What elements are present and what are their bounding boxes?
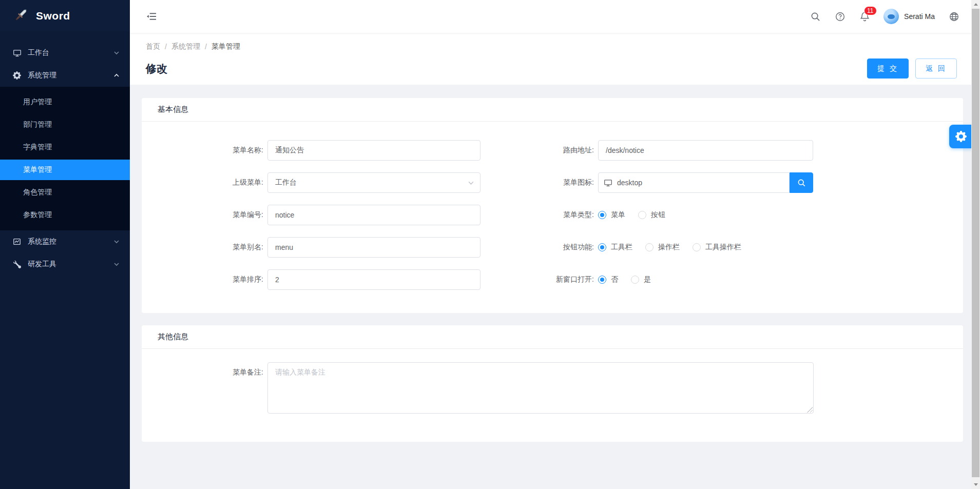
user-menu[interactable]: Serati Ma [883,9,935,24]
scroll-down-arrow-icon[interactable] [971,480,980,489]
scrollbar-thumb[interactable] [972,9,979,477]
radio-new-window-yes[interactable]: 是 [631,275,651,284]
desktop-icon [12,48,22,57]
breadcrumb-separator: / [205,43,207,51]
sidebar-item-param-management[interactable]: 参数管理 [0,205,130,225]
icon-search-button[interactable] [790,172,813,193]
sidebar-menu: 工作台 系统管理 用户管理 部门管理 字典管理 菜单管理 角色管理 参数管理 [0,31,130,276]
button-func-label: 按钮功能: [552,243,598,252]
menu-fold-icon[interactable] [143,8,160,25]
scroll-up-arrow-icon[interactable] [971,0,980,9]
sidebar-item-dev-tools[interactable]: 研发工具 [0,253,130,276]
page-title: 修改 [146,62,167,76]
menu-type-label: 菜单类型: [552,210,598,220]
page-scrollbar[interactable] [971,0,980,489]
menu-name-input[interactable] [267,140,481,161]
gear-icon [955,131,967,142]
sidebar-item-dept-management[interactable]: 部门管理 [0,114,130,135]
page-header: 首页 / 系统管理 / 菜单管理 修改 提 交 返 回 [130,33,980,85]
remark-textarea[interactable] [267,362,814,414]
menu-icon-input[interactable] [598,172,790,193]
monitor-chart-icon [12,237,22,246]
breadcrumb: 首页 / 系统管理 / 菜单管理 [146,42,964,51]
sidebar-item-label: 工作台 [28,48,113,57]
bell-icon[interactable]: 11 [859,11,870,22]
radio-dot [598,276,606,284]
chevron-down-icon [113,239,120,245]
sword-logo-icon [13,7,29,24]
breadcrumb-item-menu: 菜单管理 [212,42,240,51]
basic-info-card: 基本信息 菜单名称: 路由地址: 上级菜单: [142,98,963,313]
main-area: 11 Serati Ma 首页 / 系统管理 / 菜单管理 修改 [130,0,980,489]
radio-dot [638,211,646,219]
app-title: Sword [36,10,70,22]
sidebar-item-label: 研发工具 [28,260,113,269]
sidebar: Sword 工作台 系统管理 用 [0,0,130,489]
radio-menu-type-menu[interactable]: 菜单 [598,210,625,220]
sidebar-item-system-monitor[interactable]: 系统监控 [0,230,130,253]
chevron-up-icon [113,72,120,79]
remark-label: 菜单备注: [142,362,267,377]
globe-icon[interactable] [948,11,959,22]
back-button[interactable]: 返 回 [915,58,957,79]
route-input[interactable] [598,140,813,161]
menu-code-input[interactable] [267,205,481,225]
sidebar-item-system-management[interactable]: 系统管理 [0,64,130,87]
radio-dot [598,211,606,219]
breadcrumb-separator: / [165,43,167,51]
other-info-card: 其他信息 菜单备注: [142,325,963,442]
submit-button[interactable]: 提 交 [867,58,909,79]
radio-dot [631,276,639,284]
radio-menu-type-button[interactable]: 按钮 [638,210,665,220]
user-name: Serati Ma [904,12,935,21]
new-window-radio-group: 否 是 [598,275,651,284]
sidebar-item-role-management[interactable]: 角色管理 [0,182,130,203]
new-window-label: 新窗口打开: [552,275,598,284]
breadcrumb-item-home[interactable]: 首页 [146,42,160,51]
menu-sort-input[interactable] [267,269,481,290]
parent-menu-label: 上级菜单: [142,178,267,187]
menu-alias-input[interactable] [267,237,481,258]
basic-info-title: 基本信息 [158,105,188,114]
breadcrumb-item-system[interactable]: 系统管理 [171,42,200,51]
sidebar-item-user-management[interactable]: 用户管理 [0,92,130,112]
sidebar-item-dict-management[interactable]: 字典管理 [0,137,130,158]
top-header: 11 Serati Ma [130,0,980,33]
chevron-down-icon [113,261,120,267]
help-icon[interactable] [834,11,846,22]
menu-sort-label: 菜单排序: [142,275,267,284]
gear-icon [12,71,22,80]
radio-dot [598,243,606,251]
chevron-down-icon [113,50,120,56]
menu-icon-label: 菜单图标: [552,178,598,187]
menu-name-label: 菜单名称: [142,146,267,155]
menu-code-label: 菜单编号: [142,210,267,220]
page-content: 基本信息 菜单名称: 路由地址: 上级菜单: [130,85,980,442]
menu-alias-label: 菜单别名: [142,243,267,252]
avatar [883,9,899,24]
radio-button-func-toolbar[interactable]: 工具栏 [598,243,632,252]
radio-button-func-actionbar[interactable]: 操作栏 [645,243,680,252]
sidebar-item-menu-management[interactable]: 菜单管理 [0,160,130,180]
sidebar-item-workbench[interactable]: 工作台 [0,42,130,64]
sidebar-item-label: 系统管理 [28,71,113,80]
parent-menu-select[interactable] [267,172,481,193]
app-logo[interactable]: Sword [0,0,130,31]
search-icon[interactable] [810,11,821,22]
wrench-icon [12,260,22,269]
notification-badge: 11 [864,6,876,15]
radio-dot [693,243,701,251]
theme-settings-button[interactable] [949,125,973,148]
sidebar-item-label: 系统监控 [28,237,113,246]
radio-button-func-tool-actionbar[interactable]: 工具操作栏 [693,243,741,252]
radio-new-window-no[interactable]: 否 [598,275,618,284]
radio-dot [645,243,654,251]
system-management-submenu: 用户管理 部门管理 字典管理 菜单管理 角色管理 参数管理 [0,87,130,230]
other-info-title: 其他信息 [158,332,188,342]
menu-type-radio-group: 菜单 按钮 [598,210,665,220]
button-func-radio-group: 工具栏 操作栏 工具操作栏 [598,243,741,252]
route-label: 路由地址: [552,146,598,155]
